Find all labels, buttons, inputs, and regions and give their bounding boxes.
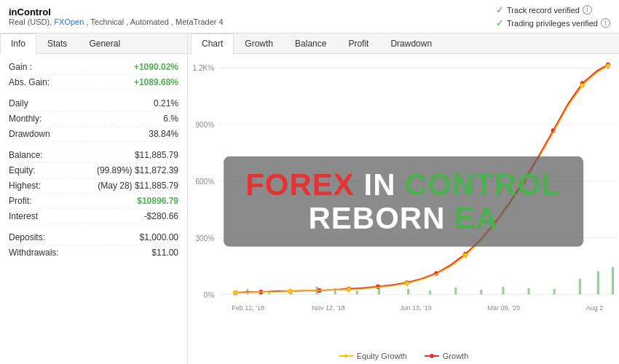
svg-rect-27 bbox=[502, 287, 504, 295]
svg-rect-26 bbox=[480, 290, 482, 294]
broker-link[interactable]: FXOpen bbox=[54, 17, 84, 26]
account-title: inControl bbox=[9, 7, 224, 17]
svg-text:Aug 2: Aug 2 bbox=[586, 304, 604, 311]
left-tabs: Info Stats General bbox=[0, 33, 187, 54]
chart-tab-drawdown[interactable]: Drawdown bbox=[379, 33, 443, 53]
header: inControl Real (USD), FXOpen , Technical… bbox=[0, 0, 619, 33]
info-row-deposits: Deposits: $1,000.00 bbox=[9, 230, 178, 245]
svg-rect-30 bbox=[579, 279, 581, 294]
account-subtitle: Real (USD), FXOpen , Technical , Automat… bbox=[9, 17, 224, 26]
svg-text:Jun 13, '19: Jun 13, '19 bbox=[400, 304, 432, 311]
chart-legend: Equity Growth Growth bbox=[188, 349, 619, 364]
svg-text:1.2K%: 1.2K% bbox=[193, 64, 215, 72]
overlay-line2: REBORN EA bbox=[245, 202, 561, 235]
svg-point-38 bbox=[376, 285, 380, 289]
main-layout: Info Stats General Gain : +1090.02% Abs.… bbox=[0, 33, 619, 364]
info-row-balance: Balance: $11,885.79 bbox=[9, 148, 178, 163]
chart-tab-balance[interactable]: Balance bbox=[284, 33, 337, 53]
svg-text:0%: 0% bbox=[204, 290, 214, 298]
svg-rect-31 bbox=[597, 271, 599, 294]
legend-equity-icon bbox=[339, 352, 353, 360]
chart-tabs: Chart Growth Balance Profit Drawdown bbox=[188, 33, 619, 54]
check-icon-track: ✓ bbox=[496, 4, 504, 15]
info-row-highest: Highest: (May 28) $11,885.79 bbox=[9, 178, 178, 194]
svg-text:Nov 12, '18: Nov 12, '18 bbox=[312, 304, 345, 311]
svg-rect-24 bbox=[429, 290, 431, 294]
info-row-daily: Daily 0.21% bbox=[9, 96, 178, 111]
svg-point-58 bbox=[430, 354, 434, 358]
info-row-gain: Gain : +1090.02% bbox=[9, 60, 178, 75]
header-right: ✓ Track record verified i ✓ Trading priv… bbox=[496, 4, 610, 28]
chart-tab-chart[interactable]: Chart bbox=[191, 33, 234, 54]
overlay-banner: FOREX IN CONTROL REBORN EA bbox=[224, 156, 583, 246]
svg-rect-21 bbox=[356, 290, 358, 294]
svg-rect-29 bbox=[553, 289, 556, 294]
chart-tab-profit[interactable]: Profit bbox=[337, 33, 379, 53]
left-panel: Info Stats General Gain : +1090.02% Abs.… bbox=[0, 33, 188, 364]
svg-rect-25 bbox=[454, 288, 457, 295]
info-row-interest: Interest -$280.66 bbox=[9, 209, 178, 224]
overlay-ea: EA bbox=[454, 201, 498, 235]
svg-marker-50 bbox=[404, 280, 410, 287]
right-panel: Chart Growth Balance Profit Drawdown 1.2… bbox=[188, 33, 619, 364]
overlay-in: IN bbox=[364, 167, 406, 201]
overlay-forex: FOREX bbox=[245, 167, 355, 201]
trading-privileges-verified: ✓ Trading privileges verified i bbox=[496, 17, 610, 28]
info-row-withdrawals: Withdrawals: $11.00 bbox=[9, 245, 178, 260]
info-row-absgain: Abs. Gain: +1089.68% bbox=[9, 75, 178, 90]
info-icon-trading[interactable]: i bbox=[601, 18, 610, 28]
svg-rect-32 bbox=[612, 267, 614, 294]
track-record-verified: ✓ Track record verified i bbox=[496, 4, 610, 15]
tab-general[interactable]: General bbox=[78, 33, 131, 53]
chart-tab-growth[interactable]: Growth bbox=[234, 33, 284, 53]
tab-info[interactable]: Info bbox=[0, 33, 36, 54]
chart-area: 1.2K% 900% 600% 300% 0% Feb 12, '18 Nov … bbox=[188, 54, 619, 349]
info-content: Gain : +1090.02% Abs. Gain: +1089.68% Da… bbox=[0, 54, 187, 364]
info-row-equity: Equity: (99.89%) $11,872.39 bbox=[9, 163, 178, 178]
tab-stats[interactable]: Stats bbox=[36, 33, 78, 53]
check-icon-trading: ✓ bbox=[496, 17, 504, 28]
svg-marker-56 bbox=[344, 354, 348, 358]
legend-equity-growth: Equity Growth bbox=[339, 352, 407, 360]
svg-text:900%: 900% bbox=[195, 121, 214, 129]
svg-text:600%: 600% bbox=[195, 178, 214, 186]
svg-marker-49 bbox=[346, 287, 352, 293]
info-row-profit: Profit: $10896.79 bbox=[9, 194, 178, 209]
svg-text:300%: 300% bbox=[195, 234, 214, 242]
header-left: inControl Real (USD), FXOpen , Technical… bbox=[9, 7, 224, 26]
svg-text:Mar 09, '20: Mar 09, '20 bbox=[487, 304, 520, 311]
info-icon-track[interactable]: i bbox=[583, 5, 592, 15]
overlay-control: CONTROL bbox=[405, 167, 561, 201]
legend-growth-icon bbox=[425, 352, 439, 360]
svg-rect-23 bbox=[407, 289, 409, 294]
info-row-drawdown: Drawdown 38.84% bbox=[9, 127, 178, 142]
svg-rect-28 bbox=[528, 288, 530, 295]
overlay-line1: FOREX IN CONTROL bbox=[245, 167, 561, 201]
legend-growth: Growth bbox=[425, 352, 468, 360]
overlay-reborn: REBORN bbox=[308, 201, 454, 235]
svg-text:Feb 12, '18: Feb 12, '18 bbox=[232, 304, 264, 311]
info-row-monthly: Monthly: 6.% bbox=[9, 111, 178, 127]
